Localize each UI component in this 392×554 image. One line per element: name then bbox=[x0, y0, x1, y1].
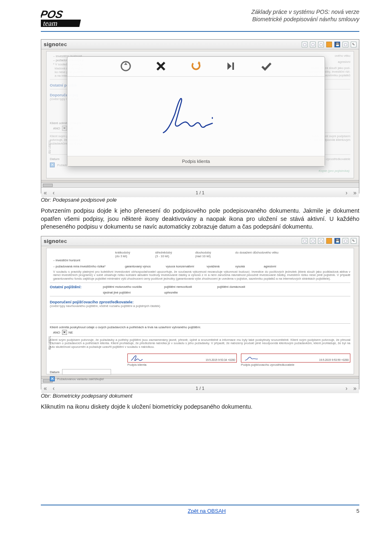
toolbar-doc-icon[interactable]: ▢ bbox=[302, 238, 307, 244]
ostatni-val2: upřesněte bbox=[164, 291, 178, 294]
svg-text:team: team bbox=[42, 19, 58, 27]
toolbar-doc-icon[interactable]: ▢ bbox=[302, 42, 307, 47]
svg-rect-4 bbox=[232, 62, 234, 70]
klient-odmita: Klient odmítá poskytnout údaje o svých p… bbox=[50, 325, 350, 329]
col-head: dlouhodobý bbox=[195, 251, 232, 254]
modal-footer-label: Podpis klienta bbox=[67, 156, 325, 166]
pager: « ‹ 1 / 1 › » bbox=[41, 383, 359, 393]
screenshot-signature-modal: signotec ▢ ▢ ▢ 💾 ▢ ✎ EU 1037/1 investičn… bbox=[41, 39, 359, 194]
row-risk-label: požadovaná míra investičního rizika* bbox=[53, 265, 125, 268]
toolbar-doc-icon[interactable]: ▢ bbox=[318, 238, 324, 244]
pager-next-icon[interactable]: › bbox=[345, 189, 347, 196]
toolbar-window-icon[interactable] bbox=[326, 238, 332, 244]
document-header: POS team Základy práce v systému POS: no… bbox=[41, 8, 359, 32]
long-confirm: Klient svým podpisem potvrzuje, že požad… bbox=[50, 338, 350, 349]
datum-label: Datum bbox=[50, 370, 60, 374]
signature-modal: Podpis klienta bbox=[67, 56, 325, 167]
row-horizon: investiční horizont bbox=[53, 258, 125, 262]
modal-cancel-icon[interactable] bbox=[155, 60, 167, 72]
section-doporuceni-sub: (Uvést typy navrhovaného pojištění, včet… bbox=[50, 304, 350, 308]
pager-last-icon[interactable]: » bbox=[353, 385, 356, 392]
varianta-label: Požadovanou variantu zakřížkujte! bbox=[57, 377, 104, 381]
signature-canvas[interactable] bbox=[67, 77, 325, 156]
eu-label: EU 1037/1 bbox=[48, 336, 51, 349]
signotec-logo: signotec bbox=[44, 238, 67, 244]
toolbar-edit-icon[interactable]: ✎ bbox=[351, 238, 356, 244]
toolbar-save-icon[interactable]: 💾 bbox=[334, 238, 340, 244]
modal-refresh-icon[interactable] bbox=[190, 60, 202, 72]
ne-label: NE bbox=[69, 331, 73, 334]
col-head: krátkodobý bbox=[115, 251, 152, 254]
caption-shot2: Obr: Biometricky podepsaný dokument bbox=[41, 393, 359, 399]
pager-first-icon[interactable]: « bbox=[44, 385, 47, 392]
paragraph-1: Potvrzením podpisu dojde k jeho přenesen… bbox=[41, 207, 359, 231]
sig-broker-label: Podpis pojišťovacího zprostředkovatele bbox=[241, 363, 350, 367]
signotec-toolbar: signotec ▢ ▢ ▢ 💾 ▢ ✎ bbox=[41, 40, 359, 49]
pager-indicator: 1 / 1 bbox=[196, 386, 204, 391]
signotec-logo: signotec bbox=[44, 41, 67, 47]
toolbar-doc-icon[interactable]: ▢ bbox=[343, 42, 348, 47]
ostatni-val: pojištění motorového vozidla bbox=[103, 285, 164, 289]
disclaimer: V souladu s pravidly platnými pro kolekt… bbox=[53, 270, 350, 281]
toolbar-window-icon[interactable] bbox=[326, 42, 332, 47]
pager-indicator: 1 / 1 bbox=[196, 190, 204, 195]
section-ostatni: Ostatní pojištění: bbox=[50, 285, 103, 289]
signature-field-client: 19.5.2015 9:53:34 +0200 bbox=[127, 354, 237, 363]
page-footer: Zpět na OBSAH 5 bbox=[41, 505, 359, 514]
ostatni-val: pojištění domácnosti bbox=[217, 285, 245, 289]
toolbar-doc-icon[interactable]: ▢ bbox=[343, 238, 348, 244]
pager-prev-icon[interactable]: ‹ bbox=[53, 385, 55, 392]
signature-field-broker: 19.5.2015 9:53:59 +0200 bbox=[241, 354, 350, 363]
modal-confirm-icon[interactable] bbox=[260, 60, 272, 72]
col-sub: (3 - 10 let) bbox=[155, 254, 192, 258]
timestamp-client: 19.5.2015 9:53:34 +0200 bbox=[206, 358, 235, 361]
screenshot-signed-document: signotec ▢ ▢ ▢ 💾 ▢ ✎ EU 1037/1 krátkodob… bbox=[41, 236, 359, 389]
modal-undo-icon[interactable] bbox=[120, 60, 132, 72]
caption-shot1: Obr: Podepsané podpisové pole bbox=[41, 197, 359, 203]
ostatni-val: pojištění nemovitosti bbox=[164, 285, 217, 289]
page-number: 5 bbox=[356, 508, 359, 514]
back-to-contents-link[interactable]: Zpět na OBSAH bbox=[188, 508, 226, 514]
toolbar-save-icon[interactable]: 💾 bbox=[334, 42, 340, 47]
pager-prev-icon[interactable]: ‹ bbox=[53, 189, 55, 196]
pager-next-icon[interactable]: › bbox=[345, 385, 347, 392]
risk-val: vysoce konzervativní bbox=[166, 265, 207, 268]
ostatni-val2: sjednat jiné pojištění bbox=[103, 291, 164, 294]
checkbox-icon bbox=[50, 376, 55, 381]
risk-val: vyvážená bbox=[207, 265, 235, 268]
risk-val: garantovaný výnos bbox=[125, 265, 166, 268]
toolbar-doc-icon[interactable]: ▢ bbox=[318, 42, 324, 47]
sig-client-label: Podpis klienta bbox=[127, 363, 237, 367]
modal-skip-icon[interactable] bbox=[225, 60, 237, 72]
col-sub: (do 3 let) bbox=[115, 254, 152, 258]
ano-label: ANO bbox=[53, 331, 60, 334]
pager: « ‹ 1 / 1 › » bbox=[41, 187, 359, 197]
signotec-toolbar: signotec ▢ ▢ ▢ 💾 ▢ ✎ bbox=[41, 236, 359, 246]
x-icon: ✕ bbox=[62, 330, 67, 335]
toolbar-doc-icon[interactable]: ▢ bbox=[310, 42, 316, 47]
toolbar-edit-icon[interactable]: ✎ bbox=[351, 42, 356, 47]
toolbar-doc-icon[interactable]: ▢ bbox=[310, 238, 316, 244]
header-title-2: Biometrické podepisování návrhu smlouvy bbox=[251, 16, 359, 23]
pager-first-icon[interactable]: « bbox=[44, 189, 47, 196]
section-doporuceni: Doporučení pojišťovacího zprostředkovate… bbox=[50, 300, 350, 304]
header-title-1: Základy práce v systému POS: nová verze bbox=[251, 8, 359, 16]
horizontal-scrollbar[interactable] bbox=[41, 182, 359, 187]
risk-val: agresivní bbox=[264, 265, 288, 268]
col-head: střednědobý bbox=[155, 251, 192, 254]
paragraph-2: Kliknutím na ikonu diskety dojde k ulože… bbox=[41, 403, 359, 411]
risk-val: vysoká bbox=[235, 265, 264, 268]
datum-field[interactable] bbox=[62, 369, 111, 375]
col-head: do dosažení důchodového věku bbox=[235, 251, 301, 254]
col-sub: (nad 10 let) bbox=[195, 254, 232, 258]
svg-text:POS: POS bbox=[41, 8, 64, 20]
pager-last-icon[interactable]: » bbox=[353, 189, 356, 196]
pos-team-logo: POS team bbox=[41, 8, 90, 29]
timestamp-broker: 19.5.2015 9:53:59 +0200 bbox=[319, 358, 349, 361]
